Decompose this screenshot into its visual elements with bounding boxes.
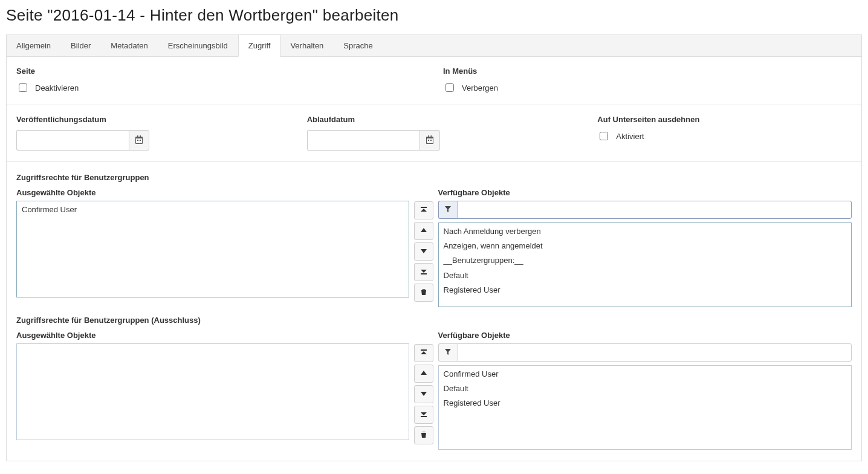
list-item[interactable]: Registered User bbox=[439, 283, 851, 297]
section-groups-excl: Zugriffsrechte für Benutzergruppen (Auss… bbox=[7, 312, 861, 461]
section-groups: Zugriffsrechte für Benutzergruppen Ausge… bbox=[7, 162, 861, 312]
expdate-calendar-button[interactable] bbox=[419, 130, 440, 151]
remove-button[interactable] bbox=[414, 284, 433, 302]
groups-excl-picker: Ausgewählte Objekte Verfügbare Objekte C… bbox=[16, 331, 852, 450]
checkbox-extend-wrap[interactable]: Aktiviert bbox=[597, 130, 852, 142]
list-item[interactable]: Anzeigen, wenn angemeldet bbox=[439, 239, 851, 253]
move-down-icon bbox=[420, 390, 427, 399]
move-up-button[interactable] bbox=[414, 222, 433, 240]
move-top-button[interactable] bbox=[414, 201, 433, 219]
groups-available-list[interactable]: Nach Anmeldung verbergenAnzeigen, wenn a… bbox=[438, 222, 852, 307]
checkbox-verbergen[interactable] bbox=[445, 83, 454, 92]
move-up-icon bbox=[420, 227, 427, 236]
tab-bar: Allgemein Bilder Metadaten Erscheinungsb… bbox=[7, 35, 861, 57]
tab-metadaten[interactable]: Metadaten bbox=[101, 35, 158, 56]
checkbox-extend-label: Aktiviert bbox=[616, 132, 644, 141]
expdate-group bbox=[307, 130, 440, 151]
groups-excl-filter-input[interactable] bbox=[458, 343, 852, 362]
excl-remove-button[interactable] bbox=[414, 426, 433, 444]
pubdate-group bbox=[16, 130, 149, 151]
excl-move-up-button[interactable] bbox=[414, 365, 433, 383]
pubdate-input[interactable] bbox=[16, 130, 129, 151]
calendar-icon bbox=[425, 135, 435, 146]
trash-icon bbox=[420, 288, 427, 297]
list-item[interactable]: Default bbox=[439, 381, 851, 396]
move-bottom-icon bbox=[420, 411, 427, 420]
excl-move-top-button[interactable] bbox=[414, 344, 433, 362]
groups-picker: Ausgewählte Objekte Confirmed User Verfü… bbox=[16, 188, 852, 307]
tab-sprache[interactable]: Sprache bbox=[334, 35, 383, 56]
groups-selected-list[interactable]: Confirmed User bbox=[16, 201, 409, 297]
excl-move-down-button[interactable] bbox=[414, 385, 433, 403]
groups-excl-filter-button[interactable] bbox=[438, 343, 458, 362]
pubdate-calendar-button[interactable] bbox=[129, 130, 149, 151]
groups-filter-input[interactable] bbox=[458, 201, 852, 219]
tab-bilder[interactable]: Bilder bbox=[61, 35, 101, 56]
label-groups-excl-available: Verfügbare Objekte bbox=[438, 331, 852, 340]
label-groups-excl-selected: Ausgewählte Objekte bbox=[16, 331, 409, 340]
groups-excl-available-list[interactable]: Confirmed UserDefaultRegistered User bbox=[438, 365, 852, 450]
page-title: Seite "2016-01-14 - Hinter den Wortberge… bbox=[6, 6, 862, 25]
groups-filter-button[interactable] bbox=[438, 201, 458, 219]
label-seite: Seite bbox=[16, 67, 425, 76]
section-visibility: Seite Deaktivieren In Menüs Verbergen bbox=[7, 57, 861, 105]
checkbox-deaktivieren[interactable] bbox=[19, 83, 27, 92]
move-bottom-button[interactable] bbox=[414, 263, 433, 281]
tab-zugriff[interactable]: Zugriff bbox=[238, 34, 281, 57]
calendar-icon bbox=[134, 135, 144, 146]
checkbox-verbergen-wrap[interactable]: Verbergen bbox=[443, 82, 852, 94]
main-panel: Allgemein Bilder Metadaten Erscheinungsb… bbox=[6, 34, 862, 461]
label-pubdate: Veröffentlichungsdatum bbox=[16, 115, 271, 124]
list-item[interactable]: Confirmed User bbox=[17, 203, 409, 217]
checkbox-verbergen-label: Verbergen bbox=[462, 83, 498, 93]
expdate-input[interactable] bbox=[307, 130, 419, 151]
label-groups-available: Verfügbare Objekte bbox=[438, 188, 852, 197]
label-groups-selected: Ausgewählte Objekte bbox=[16, 188, 409, 197]
excl-move-bottom-button[interactable] bbox=[414, 406, 433, 424]
checkbox-deaktivieren-wrap[interactable]: Deaktivieren bbox=[16, 82, 425, 94]
label-extend: Auf Unterseiten ausdehnen bbox=[597, 115, 852, 124]
move-up-icon bbox=[420, 369, 427, 378]
label-inmenus: In Menüs bbox=[443, 67, 852, 76]
list-item[interactable]: Confirmed User bbox=[439, 367, 851, 381]
section-dates: Veröffentlichungsdatum Ablaufdatum bbox=[7, 105, 861, 162]
list-item[interactable]: Nach Anmeldung verbergen bbox=[439, 224, 851, 239]
move-down-icon bbox=[420, 247, 427, 256]
move-top-icon bbox=[420, 349, 427, 358]
trash-icon bbox=[420, 431, 427, 440]
move-top-icon bbox=[420, 206, 427, 215]
tab-erscheinungsbild[interactable]: Erscheinungsbild bbox=[158, 35, 238, 56]
label-expdate: Ablaufdatum bbox=[307, 115, 562, 124]
checkbox-extend[interactable] bbox=[600, 132, 608, 140]
filter-icon bbox=[444, 206, 452, 215]
heading-groups: Zugriffsrechte für Benutzergruppen bbox=[16, 173, 852, 182]
move-down-button[interactable] bbox=[414, 242, 433, 261]
heading-groups-excl: Zugriffsrechte für Benutzergruppen (Auss… bbox=[16, 316, 852, 325]
filter-icon bbox=[444, 348, 452, 357]
list-item[interactable]: __Benutzergruppen:__ bbox=[439, 253, 851, 268]
checkbox-deaktivieren-label: Deaktivieren bbox=[35, 83, 79, 93]
list-item[interactable]: Default bbox=[439, 268, 851, 283]
groups-excl-selected-list[interactable] bbox=[16, 343, 409, 440]
list-item[interactable]: Registered User bbox=[439, 396, 851, 411]
tab-verhalten[interactable]: Verhalten bbox=[280, 35, 334, 56]
move-bottom-icon bbox=[420, 268, 427, 277]
tab-allgemein[interactable]: Allgemein bbox=[7, 35, 61, 56]
